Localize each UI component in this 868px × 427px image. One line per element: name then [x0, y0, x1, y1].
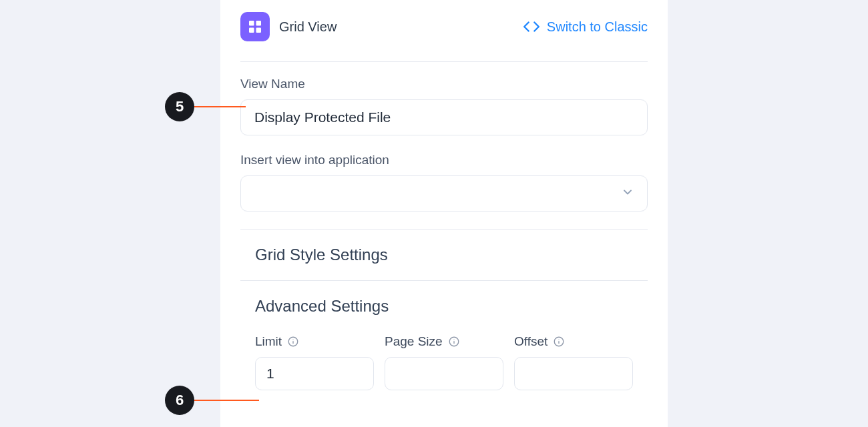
offset-label-row: Offset — [514, 334, 633, 349]
code-icon — [523, 18, 540, 35]
svg-rect-2 — [249, 28, 254, 33]
svg-rect-3 — [256, 28, 262, 33]
limit-label-row: Limit — [255, 334, 374, 349]
offset-label: Offset — [514, 334, 548, 349]
svg-rect-1 — [256, 21, 262, 26]
info-icon[interactable] — [553, 336, 565, 348]
page-size-label-row: Page Size — [385, 334, 503, 349]
callout-badge-6: 6 — [165, 386, 194, 415]
svg-point-9 — [453, 339, 454, 340]
page-size-field: Page Size — [385, 334, 503, 390]
view-name-label: View Name — [240, 77, 648, 91]
info-icon[interactable] — [448, 336, 460, 348]
limit-field: Limit — [255, 334, 374, 390]
switch-link-label: Switch to Classic — [547, 19, 648, 35]
callout-badge-5: 5 — [165, 92, 194, 121]
switch-to-classic-link[interactable]: Switch to Classic — [523, 18, 648, 35]
grid-icon — [240, 12, 270, 41]
limit-label: Limit — [255, 334, 282, 349]
limit-input[interactable] — [255, 357, 374, 390]
info-icon[interactable] — [287, 336, 299, 348]
settings-panel: Grid View Switch to Classic View Name In… — [220, 0, 668, 427]
header-left: Grid View — [240, 12, 337, 41]
advanced-title: Advanced Settings — [240, 297, 648, 316]
callout-connector — [194, 106, 246, 107]
insert-view-block: Insert view into application — [240, 153, 648, 229]
view-name-block: View Name — [240, 62, 648, 153]
insert-view-select[interactable] — [240, 175, 648, 211]
advanced-section[interactable]: Advanced Settings — [240, 281, 648, 316]
offset-input[interactable] — [514, 357, 633, 390]
page-size-input[interactable] — [385, 357, 503, 390]
offset-field: Offset — [514, 334, 633, 390]
svg-point-6 — [293, 339, 294, 340]
callout-connector — [194, 400, 259, 401]
svg-point-12 — [559, 339, 560, 340]
svg-rect-0 — [249, 21, 254, 26]
advanced-fields-row: Limit Page Size — [240, 316, 648, 390]
view-name-input[interactable] — [240, 99, 648, 135]
page-size-label: Page Size — [385, 334, 443, 349]
grid-style-title: Grid Style Settings — [240, 246, 648, 264]
panel-title: Grid View — [279, 19, 337, 35]
insert-view-label: Insert view into application — [240, 153, 648, 167]
grid-style-section[interactable]: Grid Style Settings — [240, 230, 648, 280]
panel-header: Grid View Switch to Classic — [240, 12, 648, 61]
